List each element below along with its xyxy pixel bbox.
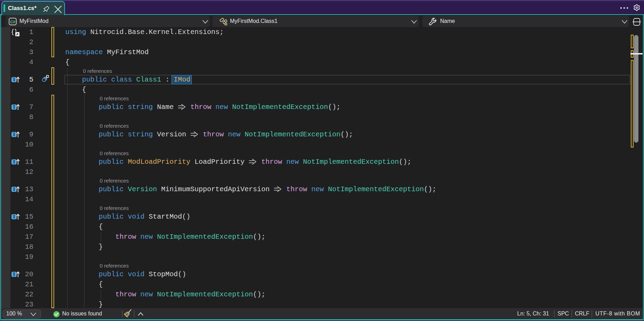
svg-text:C#: C# — [10, 20, 15, 24]
